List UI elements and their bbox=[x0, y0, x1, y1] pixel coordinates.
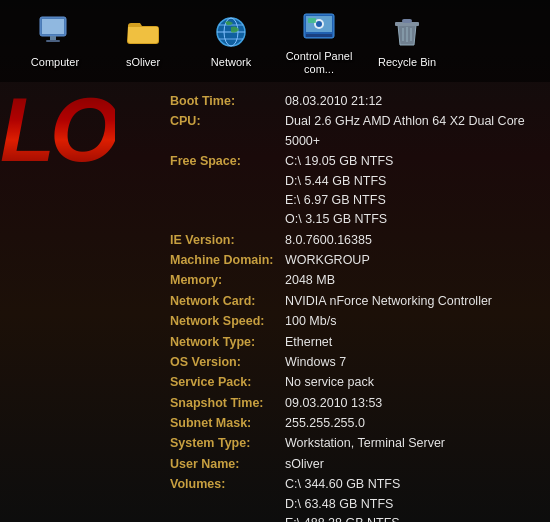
info-row: OS Version:Windows 7 bbox=[170, 353, 540, 372]
folder-label: sOliver bbox=[126, 56, 160, 69]
icon-folder[interactable]: sOliver bbox=[108, 12, 178, 69]
svg-rect-2 bbox=[50, 36, 56, 40]
info-value: 08.03.2010 21:12 bbox=[285, 92, 382, 111]
svg-rect-14 bbox=[308, 18, 316, 23]
info-value: C:\ 19.05 GB NTFS D:\ 5.44 GB NTFS E:\ 6… bbox=[285, 152, 393, 230]
info-panel: Boot Time:08.03.2010 21:12CPU:Dual 2.6 G… bbox=[170, 92, 540, 522]
info-value: 09.03.2010 13:53 bbox=[285, 394, 382, 413]
svg-rect-11 bbox=[306, 34, 332, 37]
network-icon bbox=[211, 12, 251, 52]
computer-label: Computer bbox=[31, 56, 79, 69]
svg-rect-1 bbox=[42, 19, 64, 34]
info-row: Service Pack:No service pack bbox=[170, 373, 540, 392]
info-row: Volumes:C:\ 344.60 GB NTFS D:\ 63.48 GB … bbox=[170, 475, 540, 522]
controlpanel-icon bbox=[299, 6, 339, 46]
info-key: Service Pack: bbox=[170, 373, 285, 392]
info-key: Subnet Mask: bbox=[170, 414, 285, 433]
svg-rect-16 bbox=[402, 19, 412, 23]
info-row: CPU:Dual 2.6 GHz AMD Athlon 64 X2 Dual C… bbox=[170, 112, 540, 151]
info-row: Free Space:C:\ 19.05 GB NTFS D:\ 5.44 GB… bbox=[170, 152, 540, 230]
network-label: Network bbox=[211, 56, 251, 69]
info-value: Workstation, Terminal Server bbox=[285, 434, 445, 453]
recyclebin-label: Recycle Bin bbox=[378, 56, 436, 69]
info-value: Ethernet bbox=[285, 333, 332, 352]
svg-point-13 bbox=[316, 21, 322, 27]
info-value: 8.0.7600.16385 bbox=[285, 231, 372, 250]
info-key: Machine Domain: bbox=[170, 251, 285, 270]
info-key: IE Version: bbox=[170, 231, 285, 250]
info-row: Network Type:Ethernet bbox=[170, 333, 540, 352]
computer-icon bbox=[35, 12, 75, 52]
info-value: Windows 7 bbox=[285, 353, 346, 372]
info-value: NVIDIA nForce Networking Controller bbox=[285, 292, 492, 311]
logo-text: LO bbox=[0, 85, 115, 180]
info-key: Network Speed: bbox=[170, 312, 285, 331]
info-value: 100 Mb/s bbox=[285, 312, 336, 331]
info-key: Volumes: bbox=[170, 475, 285, 494]
icon-network[interactable]: Network bbox=[196, 12, 266, 69]
info-key: Snapshot Time: bbox=[170, 394, 285, 413]
taskbar: Computer sOliver Network bbox=[0, 0, 550, 82]
info-value: No service pack bbox=[285, 373, 374, 392]
info-key: Free Space: bbox=[170, 152, 285, 171]
info-value: Dual 2.6 GHz AMD Athlon 64 X2 Dual Core … bbox=[285, 112, 540, 151]
info-row: Snapshot Time:09.03.2010 13:53 bbox=[170, 394, 540, 413]
svg-rect-3 bbox=[46, 40, 60, 42]
info-key: User Name: bbox=[170, 455, 285, 474]
info-row: Memory:2048 MB bbox=[170, 271, 540, 290]
info-value: 255.255.255.0 bbox=[285, 414, 365, 433]
icon-computer[interactable]: Computer bbox=[20, 12, 90, 69]
recyclebin-icon bbox=[387, 12, 427, 52]
info-row: User Name:sOliver bbox=[170, 455, 540, 474]
icon-controlpanel[interactable]: Control Panel com... bbox=[284, 6, 354, 76]
info-key: CPU: bbox=[170, 112, 285, 131]
info-value: sOliver bbox=[285, 455, 324, 474]
info-value: WORKGROUP bbox=[285, 251, 370, 270]
info-value: C:\ 344.60 GB NTFS D:\ 63.48 GB NTFS E:\… bbox=[285, 475, 400, 522]
info-row: Network Speed:100 Mb/s bbox=[170, 312, 540, 331]
icon-recyclebin[interactable]: Recycle Bin bbox=[372, 12, 442, 69]
info-row: IE Version:8.0.7600.16385 bbox=[170, 231, 540, 250]
info-row: Boot Time:08.03.2010 21:12 bbox=[170, 92, 540, 111]
controlpanel-label: Control Panel com... bbox=[284, 50, 354, 76]
info-row: Machine Domain:WORKGROUP bbox=[170, 251, 540, 270]
info-key: Boot Time: bbox=[170, 92, 285, 111]
info-key: System Type: bbox=[170, 434, 285, 453]
info-row: Subnet Mask:255.255.255.0 bbox=[170, 414, 540, 433]
info-key: Network Type: bbox=[170, 333, 285, 352]
info-key: Memory: bbox=[170, 271, 285, 290]
info-key: OS Version: bbox=[170, 353, 285, 372]
info-key: Network Card: bbox=[170, 292, 285, 311]
info-value: 2048 MB bbox=[285, 271, 335, 290]
folder-icon bbox=[123, 12, 163, 52]
info-row: System Type:Workstation, Terminal Server bbox=[170, 434, 540, 453]
info-row: Network Card:NVIDIA nForce Networking Co… bbox=[170, 292, 540, 311]
